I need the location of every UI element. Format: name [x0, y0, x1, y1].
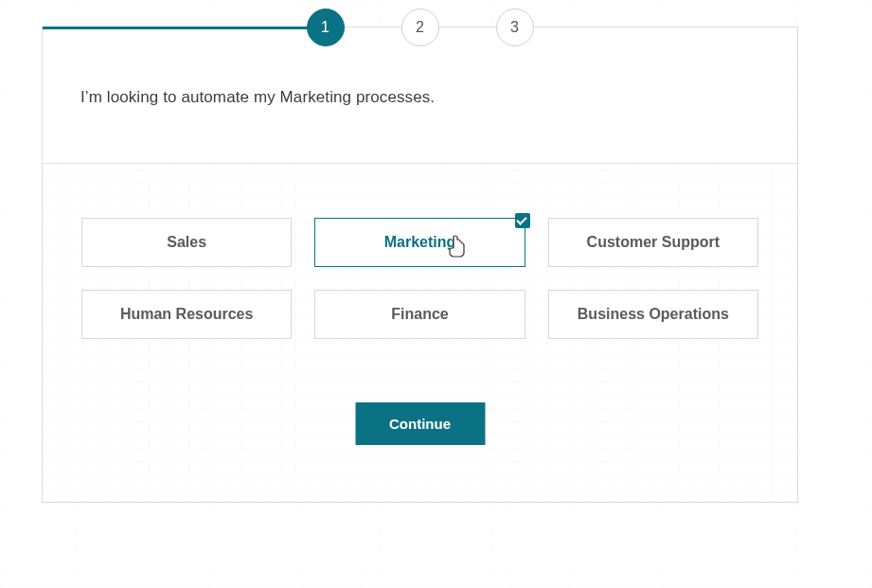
category-label: Finance [391, 306, 448, 323]
category-tile-sales[interactable]: Sales [81, 218, 292, 267]
category-label: Business Operations [578, 306, 729, 323]
step-1[interactable]: 1 [307, 9, 345, 46]
prompt-suffix: processes. [351, 88, 435, 106]
wizard-card: 1 2 3 I’m looking to automate my Marketi… [42, 27, 798, 503]
step-label: 1 [321, 19, 329, 36]
continue-button[interactable]: Continue [355, 402, 485, 445]
prompt-prefix: I’m looking to automate my [80, 88, 280, 106]
category-tile-customer-support[interactable]: Customer Support [548, 218, 758, 267]
prompt-selected: Marketing [280, 88, 352, 106]
category-tile-finance[interactable]: Finance [314, 290, 525, 339]
step-label: 3 [510, 19, 519, 36]
prompt-sentence: I’m looking to automate my Marketing pro… [80, 88, 435, 107]
continue-label: Continue [389, 416, 451, 432]
category-label: Human Resources [120, 306, 254, 323]
check-icon [515, 213, 530, 228]
category-tile-marketing[interactable]: Marketing [314, 218, 525, 267]
category-grid: Sales Marketing Customer Support Human R… [81, 218, 758, 339]
category-tile-business-operations[interactable]: Business Operations [548, 290, 758, 339]
category-label: Marketing [384, 234, 456, 251]
category-tile-human-resources[interactable]: Human Resources [81, 290, 292, 339]
step-3[interactable]: 3 [496, 9, 534, 46]
category-label: Sales [167, 234, 206, 251]
step-label: 2 [416, 19, 424, 36]
step-2[interactable]: 2 [401, 9, 439, 46]
step-indicator: 1 2 3 [43, 9, 797, 46]
category-label: Customer Support [587, 234, 720, 251]
